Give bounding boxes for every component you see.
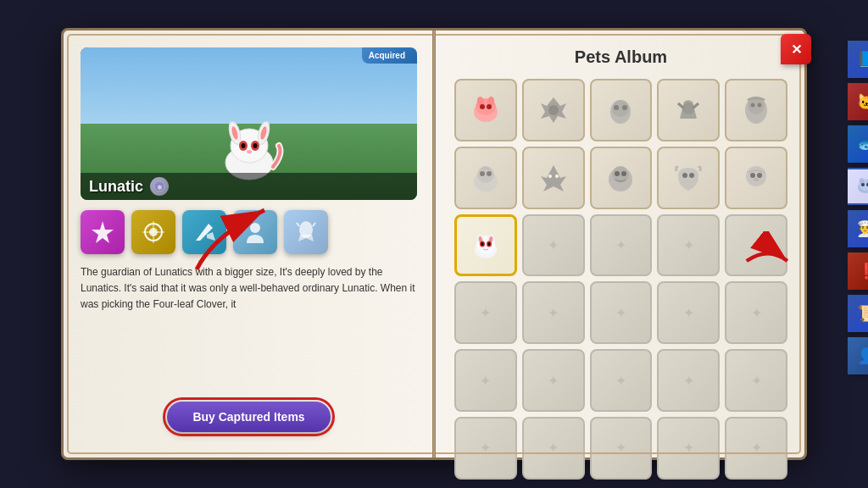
tab-pet-active[interactable] [848,168,868,205]
svg-point-68 [861,183,865,186]
pet-name: Lunatic [89,178,143,196]
grid-cell-6-3[interactable] [590,417,653,480]
grid-cell-2-5[interactable] [725,147,787,209]
pet-grid [454,79,787,480]
pet-element-badge: ❄ [150,177,169,196]
grid-cell-4-3[interactable] [590,281,653,344]
svg-point-53 [754,178,759,181]
svg-line-21 [313,223,315,226]
pet-image-container: Acquired Lunatic ❄ [81,47,417,200]
svg-point-43 [555,175,559,178]
close-button[interactable]: ✕ [781,34,811,64]
svg-point-51 [750,173,755,178]
svg-point-63 [487,242,490,246]
svg-point-28 [548,105,559,115]
grid-cell-3-4[interactable] [657,214,720,277]
svg-point-42 [548,175,552,178]
svg-point-10 [247,150,252,153]
grid-cell-5-5[interactable] [725,349,787,412]
grid-cell-2-3[interactable] [590,147,653,209]
svg-point-27 [487,104,492,109]
grid-cell-1-4[interactable] [657,79,720,141]
sidebar-tabs: 📘 🐱 🐟 👨‍🍳 ❗ 📜 👤 [848,41,868,374]
grid-cell-6-5[interactable] [725,417,787,480]
svg-point-37 [758,103,762,107]
skill-icon-4[interactable] [233,210,277,254]
tab-book[interactable]: 📘 [848,41,868,78]
grid-cell-3-2[interactable] [522,214,585,277]
svg-point-8 [241,143,245,148]
grid-cell-1-1[interactable] [454,79,517,141]
pet-description: The guardian of Lunatics with a bigger s… [81,264,417,383]
pet-name-bar: Lunatic ❄ [81,173,417,200]
svg-point-47 [621,171,626,176]
book-container: Acquired Lunatic ❄ [27,15,841,473]
tab-fish[interactable]: 🐟 [848,125,868,163]
skill-icons [81,210,417,254]
left-page: Acquired Lunatic ❄ [64,30,434,458]
svg-point-46 [615,171,620,176]
grid-cell-4-5[interactable] [725,281,787,344]
svg-point-36 [751,103,755,107]
book: Acquired Lunatic ❄ [61,28,807,460]
svg-point-26 [480,104,485,109]
tab-pet[interactable]: 🐱 [848,83,868,120]
tab-character[interactable]: 👤 [848,337,868,374]
svg-point-41 [487,171,492,176]
grid-cell-5-1[interactable] [454,349,517,412]
grid-cell-5-4[interactable] [657,349,720,412]
right-page: Pets Album [434,30,804,458]
skill-icon-3[interactable] [182,210,226,254]
grid-cell-4-4[interactable] [657,281,720,344]
grid-cell-4-1[interactable] [454,281,517,344]
svg-point-50 [746,166,766,186]
svg-point-48 [682,173,687,178]
buy-button-container: Buy Captured Items [81,393,417,441]
grid-cell-6-4[interactable] [657,417,720,480]
svg-point-31 [614,105,619,110]
tab-chef[interactable]: 👨‍🍳 [848,210,868,247]
grid-cell-1-3[interactable] [590,79,653,141]
grid-cell-5-2[interactable] [522,349,585,412]
grid-cell-6-1[interactable] [454,417,517,480]
grid-cell-6-2[interactable] [522,417,585,480]
grid-cell-3-5[interactable] [725,214,787,277]
svg-point-9 [253,143,257,148]
grid-cell-1-5[interactable] [725,79,787,141]
grid-cell-5-3[interactable] [590,349,653,412]
svg-point-32 [622,105,627,110]
tab-info[interactable]: ❗ [848,252,868,290]
grid-cell-3-3[interactable] [590,214,653,277]
grid-cell-2-2[interactable] [522,147,585,209]
svg-marker-13 [92,221,114,243]
skill-icon-5[interactable] [284,210,328,254]
svg-point-52 [757,173,762,178]
svg-point-45 [612,166,629,183]
svg-point-33 [682,103,694,114]
svg-point-18 [250,223,260,233]
album-title: Pets Album [454,47,787,67]
svg-point-40 [480,171,485,176]
grid-cell-2-1[interactable] [454,147,517,209]
svg-point-62 [481,242,483,246]
svg-point-49 [689,173,694,178]
grid-cell-4-2[interactable] [522,281,585,344]
tab-scroll[interactable]: 📜 [848,295,868,332]
skill-icon-1[interactable] [81,210,125,254]
grid-cell-1-2[interactable] [522,79,585,141]
buy-captured-items-button[interactable]: Buy Captured Items [167,402,330,432]
grid-cell-3-1-selected[interactable] [454,214,517,277]
skill-icon-2[interactable] [131,210,175,254]
acquired-ribbon: Acquired [362,47,417,64]
grid-cell-2-4[interactable] [657,147,720,209]
svg-line-20 [297,223,299,226]
svg-text:❄: ❄ [157,184,163,191]
